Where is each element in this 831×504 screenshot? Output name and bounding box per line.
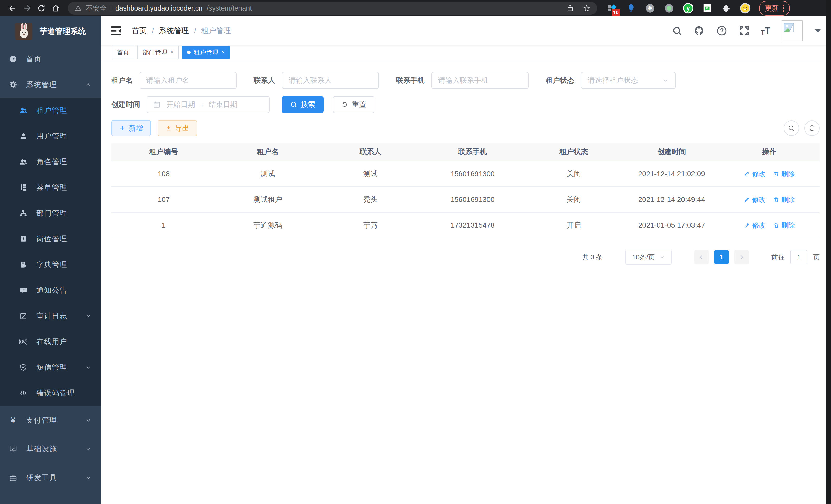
add-button[interactable]: 新增 <box>111 120 151 136</box>
help-icon[interactable] <box>716 25 727 36</box>
extension-chat-icon[interactable] <box>701 3 713 14</box>
create-time-range-picker[interactable]: 开始日期 - 结束日期 <box>147 96 269 113</box>
sidebar-item-label: 菜单管理 <box>36 183 67 192</box>
date-start-placeholder: 开始日期 <box>166 100 195 110</box>
avatar-caret-icon[interactable] <box>815 29 821 33</box>
sidebar-item-pay[interactable]: ¥ 支付管理 <box>0 406 101 435</box>
sidebar-collapse-icon[interactable] <box>109 24 123 38</box>
browser-forward-icon[interactable] <box>21 2 33 14</box>
address-bar[interactable]: 不安全 dashboard.yudao.iocoder.cn/system/te… <box>68 2 597 14</box>
breadcrumb-item-home[interactable]: 首页 <box>132 26 147 36</box>
page-suffix: 页 <box>813 253 820 262</box>
cell-status: 关闭 <box>524 195 624 205</box>
table-toolbar: 新增 导出 <box>111 120 820 136</box>
contact-label: 联系人 <box>254 76 275 85</box>
extensions-puzzle-icon[interactable] <box>720 3 732 14</box>
avatar[interactable] <box>782 20 803 41</box>
edit-link[interactable]: 修改 <box>744 195 766 204</box>
extension-command-icon[interactable]: ⌘ <box>644 3 656 14</box>
tenant-name-input[interactable] <box>140 72 237 89</box>
sidebar-item-errcode[interactable]: 错误码管理 <box>0 380 101 406</box>
breadcrumb-item-system[interactable]: 系统管理 <box>159 26 189 36</box>
contact-input[interactable] <box>282 72 379 89</box>
tab-dept[interactable]: 部门管理 × <box>138 46 179 59</box>
sidebar-item-role[interactable]: 角色管理 <box>0 149 101 175</box>
export-button-label: 导出 <box>175 123 190 133</box>
col-contact: 联系人 <box>320 147 422 157</box>
page-size-select[interactable]: 10条/页 <box>625 250 672 265</box>
sidebar-item-system[interactable]: 系统管理 <box>0 72 101 98</box>
font-size-icon[interactable]: TT <box>761 25 770 36</box>
chevron-up-icon <box>85 82 92 88</box>
sidebar-item-label: 通知公告 <box>36 286 67 295</box>
extension-row: 10 ⌘ y <box>606 3 751 14</box>
sidebar-item-label: 系统管理 <box>26 80 57 90</box>
prev-page-button[interactable] <box>694 250 709 264</box>
github-icon[interactable] <box>693 25 705 36</box>
sidebar-item-home[interactable]: 首页 <box>0 46 101 72</box>
extension-dot-icon[interactable] <box>663 3 675 14</box>
sidebar-logo-row[interactable]: 芋道管理系统 <box>0 17 101 46</box>
tenant-table: 租户编号 租户名 联系人 联系手机 租户状态 创建时间 操作 108 测试 测试… <box>111 143 820 238</box>
header-search-icon[interactable] <box>672 26 682 36</box>
reset-button[interactable]: 重置 <box>333 96 374 113</box>
cell-mobile: 15601691300 <box>422 196 524 204</box>
browser-chrome: 不安全 dashboard.yudao.iocoder.cn/system/te… <box>0 0 831 17</box>
browser-home-icon[interactable] <box>50 2 62 14</box>
tab-tenant[interactable]: 租户管理 × <box>182 46 230 59</box>
goto-page-input[interactable] <box>791 250 807 264</box>
cell-tenant-name: 测试租户 <box>216 195 320 205</box>
sidebar-item-online-user[interactable]: 在线用户 <box>0 329 101 355</box>
refresh-table-button[interactable] <box>804 120 820 136</box>
browser-back-icon[interactable] <box>7 2 19 14</box>
edit-link[interactable]: 修改 <box>744 170 766 179</box>
security-warning-icon[interactable] <box>75 5 82 12</box>
sidebar-item-user[interactable]: 用户管理 <box>0 123 101 149</box>
sidebar-item-infra[interactable]: 基础设施 <box>0 435 101 464</box>
tab-home[interactable]: 首页 <box>112 46 134 59</box>
profile-emoji-icon[interactable] <box>740 3 751 14</box>
sidebar-item-notice[interactable]: 通知公告 <box>0 277 101 303</box>
svg-text:⌘: ⌘ <box>647 5 653 11</box>
share-icon[interactable] <box>566 4 574 12</box>
delete-link[interactable]: 删除 <box>773 170 795 179</box>
toggle-search-button[interactable] <box>784 120 799 136</box>
next-page-button[interactable] <box>735 250 749 264</box>
browser-update-button[interactable]: 更新 <box>759 1 790 16</box>
delete-label: 删除 <box>781 195 795 204</box>
status-select[interactable]: 请选择租户状态 <box>581 72 676 89</box>
filter-mobile: 联系手机 <box>396 72 528 89</box>
extension-y-icon[interactable]: y <box>683 3 694 14</box>
extension-balloon-icon[interactable] <box>625 3 637 14</box>
extension-badge: 10 <box>611 9 620 16</box>
delete-link[interactable]: 删除 <box>773 221 795 230</box>
browser-reload-icon[interactable] <box>35 2 47 14</box>
extension-diamond-icon[interactable]: 10 <box>606 3 618 14</box>
roles-icon <box>19 157 28 166</box>
sidebar-item-devtools[interactable]: 研发工具 <box>0 464 101 492</box>
fullscreen-icon[interactable] <box>739 25 749 36</box>
page-number-1[interactable]: 1 <box>714 250 729 264</box>
sidebar-item-sms[interactable]: 短信管理 <box>0 355 101 380</box>
sidebar-item-label: 基础设施 <box>26 444 57 454</box>
export-button[interactable]: 导出 <box>157 120 197 136</box>
cell-status: 关闭 <box>524 169 624 179</box>
edit-link[interactable]: 修改 <box>744 221 766 230</box>
sidebar-item-dept[interactable]: 部门管理 <box>0 200 101 226</box>
page-content: 租户名 联系人 联系手机 租户状态 请选择租户状态 <box>101 60 831 504</box>
sidebar-item-label: 支付管理 <box>26 415 57 425</box>
sidebar-item-post[interactable]: 岗位管理 <box>0 226 101 252</box>
sidebar-item-tenant[interactable]: 租户管理 <box>0 98 101 123</box>
search-button[interactable]: 搜索 <box>282 96 323 113</box>
window-scrollbar[interactable] <box>826 0 831 504</box>
sidebar-item-audit-log[interactable]: 审计日志 <box>0 303 101 329</box>
sidebar-item-dict[interactable]: 字典管理 <box>0 252 101 277</box>
close-icon[interactable]: × <box>222 49 225 56</box>
close-icon[interactable]: × <box>170 49 174 56</box>
bookmark-star-icon[interactable] <box>583 4 591 12</box>
address-divider <box>111 5 111 12</box>
delete-link[interactable]: 删除 <box>773 195 795 204</box>
browser-menu-icon[interactable] <box>783 5 784 12</box>
sidebar-item-menu[interactable]: 菜单管理 <box>0 175 101 200</box>
mobile-input[interactable] <box>431 72 528 89</box>
